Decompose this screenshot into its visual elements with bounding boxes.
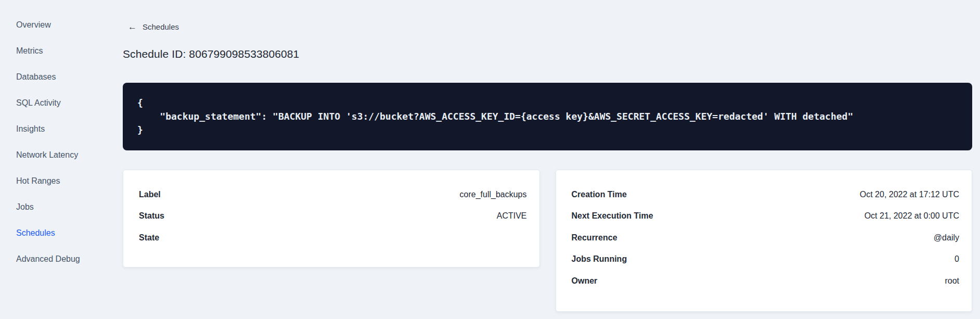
sidebar-item-network-latency[interactable]: Network Latency	[0, 142, 123, 168]
row-label: State	[139, 233, 159, 243]
row-label: Creation Time	[572, 190, 627, 199]
back-to-schedules-link[interactable]: ← Schedules	[123, 22, 179, 31]
schedule-statement-code-block: { "backup_statement": "BACKUP INTO 's3:/…	[123, 83, 972, 150]
summary-row: State	[139, 227, 527, 249]
summary-row: Status ACTIVE	[139, 206, 527, 227]
row-value: Oct 20, 2022 at 17:12 UTC	[860, 190, 959, 199]
back-link-label: Schedules	[143, 22, 179, 31]
row-label: Label	[139, 190, 161, 199]
sidebar-item-metrics[interactable]: Metrics	[0, 38, 123, 64]
summary-row: Next Execution Time Oct 21, 2022 at 0:00…	[572, 206, 960, 227]
summary-row: Label core_full_backups	[139, 184, 527, 206]
sidebar-item-databases[interactable]: Databases	[0, 64, 123, 90]
sidebar-item-hot-ranges[interactable]: Hot Ranges	[0, 168, 123, 194]
row-value: 0	[955, 254, 959, 264]
summary-row: Recurrence @daily	[572, 227, 960, 249]
sidebar-item-schedules[interactable]: Schedules	[0, 220, 123, 246]
row-label: Next Execution Time	[572, 211, 653, 221]
execution-summary-card: Creation Time Oct 20, 2022 at 17:12 UTC …	[556, 170, 973, 312]
code-line: {	[137, 96, 958, 110]
app-root: OverviewMetricsDatabasesSQL ActivityInsi…	[0, 0, 980, 319]
sidebar-item-sql-activity[interactable]: SQL Activity	[0, 90, 123, 116]
row-value: ACTIVE	[497, 211, 527, 221]
row-label: Recurrence	[572, 233, 617, 243]
schedule-summary-card: Label core_full_backups Status ACTIVE St…	[123, 170, 540, 267]
back-arrow-icon: ←	[128, 22, 137, 31]
summary-row: Jobs Running 0	[572, 249, 960, 271]
row-value: core_full_backups	[460, 190, 527, 199]
sidebar-item-advanced-debug[interactable]: Advanced Debug	[0, 246, 123, 272]
page-title: Schedule ID: 806799098533806081	[123, 48, 972, 60]
code-line: "backup_statement": "BACKUP INTO 's3://b…	[137, 110, 958, 123]
summary-row: Creation Time Oct 20, 2022 at 17:12 UTC	[572, 184, 960, 206]
row-label: Status	[139, 211, 164, 221]
summary-row: Owner root	[572, 270, 960, 292]
summary-cards-row: Label core_full_backups Status ACTIVE St…	[123, 170, 972, 312]
sidebar-item-jobs[interactable]: Jobs	[0, 194, 123, 220]
row-value: @daily	[934, 233, 959, 243]
sidebar-item-insights[interactable]: Insights	[0, 116, 123, 142]
row-label: Owner	[572, 276, 598, 286]
sidebar: OverviewMetricsDatabasesSQL ActivityInsi…	[0, 0, 123, 319]
row-label: Jobs Running	[572, 254, 627, 264]
code-line: }	[137, 123, 958, 137]
main-content: ← Schedules Schedule ID: 806799098533806…	[123, 0, 980, 319]
row-value: root	[945, 276, 959, 286]
sidebar-item-overview[interactable]: Overview	[0, 12, 123, 38]
row-value: Oct 21, 2022 at 0:00 UTC	[865, 211, 959, 221]
